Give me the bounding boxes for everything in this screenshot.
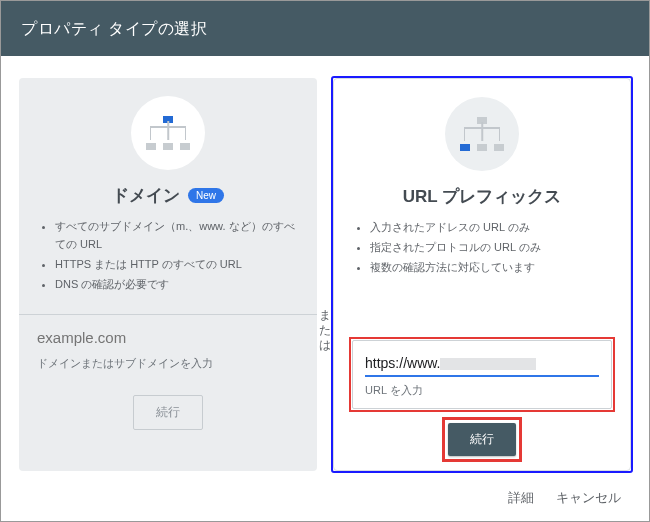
url-prefix-bullets: 入力されたアドレスの URL のみ 指定されたプロトコルの URL のみ 複数の… — [352, 218, 612, 278]
url-input-value-visible: https://www. — [365, 355, 440, 371]
domain-input[interactable] — [37, 325, 299, 350]
divider-label: または — [316, 308, 334, 353]
details-link[interactable]: 詳細 — [508, 489, 534, 507]
list-item: 複数の確認方法に対応しています — [370, 258, 612, 276]
cancel-link[interactable]: キャンセル — [556, 489, 621, 507]
url-continue-button[interactable]: 続行 — [448, 423, 516, 456]
list-item: 指定されたプロトコルの URL のみ — [370, 238, 612, 256]
domain-input-block: ドメインまたはサブドメインを入力 — [19, 314, 317, 381]
url-input-block: https://www. URL を入力 — [352, 340, 612, 409]
sitemap-icon — [131, 96, 205, 170]
domain-bullets: すべてのサブドメイン（m.、www. など）のすべての URL HTTPS また… — [37, 217, 299, 296]
card-url-prefix[interactable]: URL プレフィックス 入力されたアドレスの URL のみ 指定されたプロトコル… — [333, 78, 631, 471]
list-item: すべてのサブドメイン（m.、www. など）のすべての URL — [55, 217, 299, 253]
card-domain-title: ドメイン — [112, 184, 180, 207]
url-input-caption: URL を入力 — [365, 383, 599, 398]
domain-continue-button: 続行 — [133, 395, 203, 430]
new-badge: New — [188, 188, 224, 203]
card-url-prefix-title: URL プレフィックス — [403, 185, 561, 208]
list-item: 入力されたアドレスの URL のみ — [370, 218, 612, 236]
dialog-body: ドメイン New すべてのサブドメイン（m.、www. など）のすべての URL… — [1, 56, 649, 479]
url-input-value-redacted — [440, 358, 536, 370]
dialog-title: プロパティ タイプの選択 — [1, 1, 649, 56]
card-domain[interactable]: ドメイン New すべてのサブドメイン（m.、www. など）のすべての URL… — [19, 78, 317, 471]
sitemap-icon — [445, 97, 519, 171]
url-input[interactable]: https://www. — [365, 351, 599, 377]
list-item: DNS の確認が必要です — [55, 275, 299, 293]
domain-input-caption: ドメインまたはサブドメインを入力 — [37, 356, 299, 371]
dialog-footer: 詳細 キャンセル — [1, 479, 649, 521]
list-item: HTTPS または HTTP のすべての URL — [55, 255, 299, 273]
